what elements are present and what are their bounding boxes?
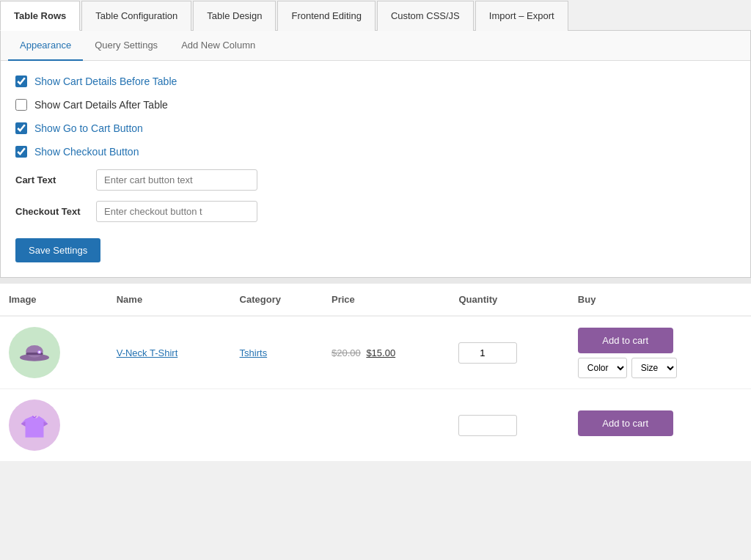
checkbox-row-show-cart-after: Show Cart Details After Table bbox=[15, 99, 736, 111]
tab-import-export[interactable]: Import – Export bbox=[475, 1, 568, 31]
color-select-1[interactable]: Color bbox=[578, 358, 627, 378]
svg-point-4 bbox=[38, 351, 40, 353]
cell-quantity-1 bbox=[450, 316, 568, 389]
cell-buy-2: Add to cart bbox=[569, 389, 751, 462]
product-category-link-1[interactable]: Tshirts bbox=[240, 347, 268, 358]
product-name-link-1[interactable]: V-Neck T-Shirt bbox=[117, 347, 178, 358]
hat-icon bbox=[16, 334, 53, 371]
col-header-image: Image bbox=[0, 284, 108, 316]
cell-category-1: Tshirts bbox=[231, 316, 323, 389]
col-header-quantity: Quantity bbox=[450, 284, 568, 316]
label-show-checkout-button[interactable]: Show Checkout Button bbox=[34, 146, 139, 158]
product-table: Image Name Category Price Quantity Buy bbox=[0, 284, 751, 461]
checkout-text-label: Checkout Text bbox=[15, 206, 96, 217]
cell-name-2 bbox=[108, 389, 231, 462]
tab-frontend-editing[interactable]: Frontend Editing bbox=[277, 1, 375, 31]
quantity-input-1[interactable] bbox=[458, 342, 517, 364]
tab-table-design[interactable]: Table Design bbox=[193, 1, 276, 31]
product-table-wrap: Image Name Category Price Quantity Buy bbox=[0, 284, 751, 461]
cell-image-2 bbox=[0, 389, 108, 462]
checkout-text-row: Checkout Text bbox=[15, 201, 736, 222]
cell-price-2 bbox=[323, 389, 450, 462]
tab-table-rows[interactable]: Table Rows bbox=[0, 1, 80, 31]
cart-text-row: Cart Text bbox=[15, 169, 736, 191]
cart-text-input[interactable] bbox=[96, 169, 257, 191]
col-header-price: Price bbox=[323, 284, 450, 316]
label-show-go-to-cart-button[interactable]: Show Go to Cart Button bbox=[34, 122, 143, 134]
tab-custom-css-js[interactable]: Custom CSS/JS bbox=[377, 1, 474, 31]
settings-panel: Appearance Query Settings Add New Column… bbox=[0, 31, 751, 278]
price-original-1: $20.00 bbox=[331, 347, 361, 358]
shirt-icon bbox=[16, 407, 53, 443]
checkbox-show-checkout-button[interactable] bbox=[15, 146, 27, 158]
cell-image-1 bbox=[0, 316, 108, 389]
appearance-content: Show Cart Details Before Table Show Cart… bbox=[1, 61, 750, 277]
add-to-cart-button-1[interactable]: Add to cart bbox=[578, 328, 673, 353]
cell-price-1: $20.00 $15.00 bbox=[323, 316, 450, 389]
checkbox-show-cart-details-before[interactable] bbox=[15, 75, 27, 87]
cell-buy-1: Add to cart Color Size bbox=[569, 316, 751, 389]
sub-tab-query-settings[interactable]: Query Settings bbox=[83, 31, 169, 61]
col-header-buy: Buy bbox=[569, 284, 751, 316]
section-divider bbox=[0, 278, 751, 284]
sub-tab-add-new-column[interactable]: Add New Column bbox=[169, 31, 267, 61]
table-header-row: Image Name Category Price Quantity Buy bbox=[0, 284, 751, 316]
save-settings-button[interactable]: Save Settings bbox=[15, 238, 100, 262]
cart-text-label: Cart Text bbox=[15, 174, 96, 185]
add-to-cart-button-2[interactable]: Add to cart bbox=[578, 410, 673, 436]
checkbox-row-show-checkout: Show Checkout Button bbox=[15, 146, 736, 158]
cell-name-1: V-Neck T-Shirt bbox=[108, 316, 231, 389]
top-tab-bar: Table Rows Table Configuration Table Des… bbox=[0, 0, 751, 31]
price-sale-1: $15.00 bbox=[366, 347, 395, 358]
size-select-1[interactable]: Size bbox=[631, 358, 677, 378]
cell-category-2 bbox=[231, 389, 323, 462]
table-row: V-Neck T-Shirt Tshirts $20.00 $15.00 bbox=[0, 316, 751, 389]
label-show-cart-details-after[interactable]: Show Cart Details After Table bbox=[34, 99, 168, 111]
col-header-category: Category bbox=[231, 284, 323, 316]
sub-tab-bar: Appearance Query Settings Add New Column bbox=[1, 31, 750, 61]
checkbox-show-go-to-cart-button[interactable] bbox=[15, 122, 27, 134]
variant-selects-1: Color Size bbox=[578, 358, 742, 378]
sub-tab-appearance[interactable]: Appearance bbox=[8, 31, 83, 61]
label-show-cart-details-before[interactable]: Show Cart Details Before Table bbox=[34, 75, 177, 87]
checkbox-show-cart-details-after[interactable] bbox=[15, 99, 27, 111]
tab-table-configuration[interactable]: Table Configuration bbox=[81, 1, 191, 31]
product-image-1 bbox=[9, 327, 60, 378]
checkbox-row-show-go-to-cart: Show Go to Cart Button bbox=[15, 122, 736, 134]
product-image-2 bbox=[9, 399, 60, 451]
col-header-name: Name bbox=[108, 284, 231, 316]
checkout-text-input[interactable] bbox=[96, 201, 257, 222]
table-row: Add to cart bbox=[0, 389, 751, 462]
quantity-input-2[interactable] bbox=[458, 415, 517, 436]
checkbox-row-show-cart-before: Show Cart Details Before Table bbox=[15, 75, 736, 87]
cell-quantity-2 bbox=[450, 389, 568, 462]
